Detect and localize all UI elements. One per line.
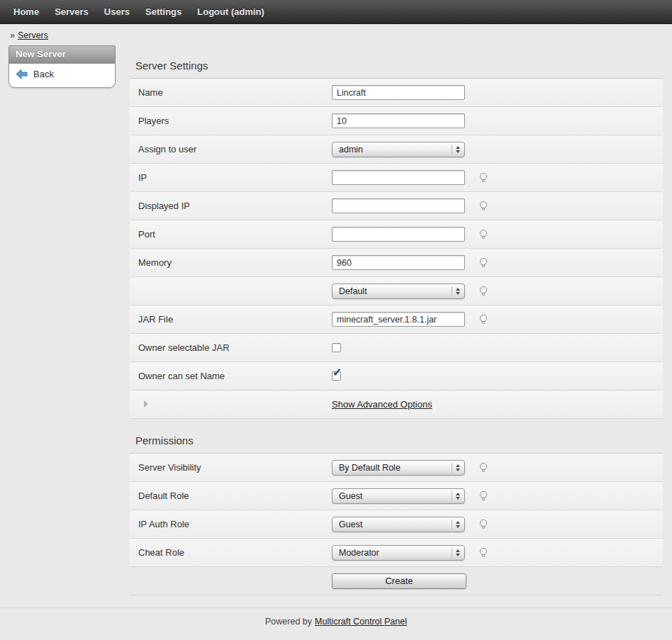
breadcrumb-marker: »	[10, 30, 15, 40]
jar-preset-select-value: Default	[339, 286, 449, 296]
nav-item-settings[interactable]: Settings	[138, 6, 189, 17]
ip-label: IP	[130, 172, 332, 183]
page-footer: Powered byMulticraft Control Panel	[0, 607, 672, 636]
memory-input[interactable]	[332, 255, 465, 270]
nav-item-home[interactable]: Home	[6, 6, 47, 17]
cheat-role-label: Cheat Role	[130, 547, 332, 558]
breadcrumb-servers-link[interactable]: Servers	[18, 30, 48, 40]
owner-can-set-name-label: Owner can set Name	[130, 371, 332, 381]
displayed-ip-label: Displayed IP	[130, 201, 332, 211]
row-ip-auth-role: IP Auth Role Guest	[130, 510, 663, 539]
ip-input[interactable]	[332, 170, 465, 185]
help-icon[interactable]	[478, 547, 489, 558]
select-stepper-icon	[452, 548, 461, 558]
select-stepper-icon	[452, 145, 461, 155]
breadcrumb: »Servers	[0, 24, 672, 44]
assign-user-select-value: admin	[339, 145, 449, 155]
create-button[interactable]: Create	[332, 573, 466, 589]
row-memory: Memory	[130, 249, 663, 277]
sidebar: New Server Back	[9, 45, 116, 88]
row-owner-selectable-jar: Owner selectable JAR	[130, 334, 663, 362]
help-icon[interactable]	[478, 462, 489, 473]
select-stepper-icon	[452, 286, 461, 296]
nav-item-users[interactable]: Users	[96, 6, 138, 17]
main-content: Server Settings Name Players Assign to u…	[130, 54, 663, 595]
row-server-visibility: Server Visibility By Default Role	[130, 454, 663, 482]
displayed-ip-input[interactable]	[332, 198, 465, 213]
help-icon[interactable]	[478, 229, 489, 240]
row-name: Name	[130, 79, 663, 107]
port-label: Port	[130, 229, 332, 240]
server-visibility-select[interactable]: By Default Role	[332, 460, 465, 476]
help-icon[interactable]	[478, 201, 489, 212]
help-icon[interactable]	[478, 172, 489, 184]
row-jar-file: JAR File	[130, 305, 663, 334]
advanced-toggle-cell	[130, 399, 332, 410]
assign-to-user-label: Assign to user	[130, 144, 332, 155]
row-advanced-options: Show Advanced Options	[130, 391, 663, 419]
name-label: Name	[130, 87, 332, 98]
sidebar-title: New Server	[9, 45, 116, 63]
server-visibility-label: Server Visibility	[130, 462, 332, 473]
players-input[interactable]	[332, 113, 465, 128]
row-assign-to-user: Assign to user admin	[130, 135, 663, 164]
row-players: Players	[130, 107, 663, 135]
cheat-role-select[interactable]: Moderator	[332, 545, 465, 561]
default-role-select-value: Guest	[339, 491, 449, 501]
row-owner-can-set-name: Owner can set Name ✓	[130, 362, 663, 391]
server-settings-title: Server Settings	[130, 54, 663, 79]
help-icon[interactable]	[478, 519, 489, 530]
help-icon[interactable]	[478, 314, 489, 325]
row-default-role: Default Role Guest	[130, 482, 663, 510]
nav-item-logout[interactable]: Logout (admin)	[189, 6, 272, 17]
row-cheat-role: Cheat Role Moderator	[130, 539, 663, 567]
row-ip: IP	[130, 164, 663, 192]
footer-multicraft-link[interactable]: Multicraft Control Panel	[315, 617, 407, 627]
help-icon[interactable]	[478, 490, 489, 502]
name-input[interactable]	[332, 85, 465, 100]
help-icon[interactable]	[478, 257, 489, 269]
players-label: Players	[130, 116, 332, 126]
permissions-title: Permissions	[130, 429, 663, 454]
select-stepper-icon	[452, 491, 461, 501]
sidebar-body: Back	[9, 63, 116, 88]
nav-item-servers[interactable]: Servers	[47, 6, 96, 17]
back-arrow-icon	[16, 69, 28, 79]
back-button[interactable]: Back	[16, 69, 108, 79]
select-stepper-icon	[452, 520, 461, 529]
jar-file-input[interactable]	[332, 312, 465, 327]
owner-selectable-jar-checkbox[interactable]	[332, 343, 341, 352]
select-stepper-icon	[452, 463, 461, 473]
ip-auth-role-label: IP Auth Role	[130, 519, 332, 529]
jar-file-label: JAR File	[130, 314, 332, 325]
back-label: Back	[33, 69, 54, 79]
owner-can-set-name-checkbox[interactable]: ✓	[332, 371, 341, 381]
show-advanced-link[interactable]: Show Advanced Options	[332, 399, 432, 410]
checkmark-icon: ✓	[332, 367, 342, 378]
row-create: Create	[130, 567, 663, 595]
default-role-select[interactable]: Guest	[332, 488, 465, 504]
row-jar-preset: Default	[130, 277, 663, 305]
ip-auth-role-select-value: Guest	[339, 520, 449, 529]
owner-selectable-jar-label: Owner selectable JAR	[130, 342, 332, 353]
row-displayed-ip: Displayed IP	[130, 192, 663, 220]
jar-preset-select[interactable]: Default	[332, 283, 465, 299]
ip-auth-role-select[interactable]: Guest	[332, 517, 465, 532]
cheat-role-select-value: Moderator	[339, 548, 449, 558]
footer-text: Powered by	[265, 617, 312, 627]
disclosure-triangle-icon[interactable]	[144, 400, 148, 408]
help-icon[interactable]	[478, 286, 489, 297]
port-input[interactable]	[332, 227, 465, 242]
top-navbar: Home Servers Users Settings Logout (admi…	[0, 0, 672, 24]
default-role-label: Default Role	[130, 490, 332, 501]
assign-user-select[interactable]: admin	[332, 142, 465, 157]
server-visibility-select-value: By Default Role	[339, 463, 449, 473]
row-port: Port	[130, 220, 663, 249]
memory-label: Memory	[130, 257, 332, 268]
